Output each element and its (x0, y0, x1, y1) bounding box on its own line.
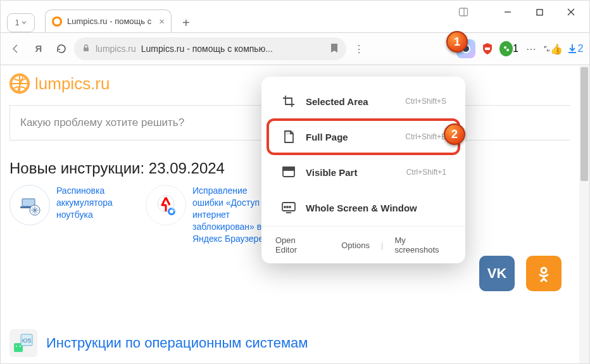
dd-item-selected-area[interactable]: Selected Area Ctrl+Shift+S (268, 84, 459, 118)
site-logo[interactable] (9, 73, 30, 94)
window-close-button[interactable] (556, 2, 586, 22)
svg-point-16 (16, 346, 17, 347)
tab-close-icon[interactable]: × (159, 16, 165, 27)
category-link[interactable]: Инструкции по операционным системам (46, 335, 308, 351)
svg-point-17 (20, 346, 21, 347)
article-thumb-laptop (9, 185, 50, 225)
article-link[interactable]: Распиновка аккумулятора ноутбука (56, 185, 139, 244)
address-bar: Я lumpics.ru Lumpics.ru - помощь с компь… (1, 32, 589, 65)
svg-text:iOS: iOS (22, 337, 31, 344)
browser-tab[interactable]: Lumpics.ru - помощь с × (45, 9, 172, 32)
svg-rect-1 (537, 9, 543, 15)
dd-options[interactable]: Options (341, 241, 370, 250)
url-page-title: Lumpics.ru - помощь с компью... (141, 44, 325, 54)
dd-item-full-page[interactable]: Full Page Ctrl+Shift+E (268, 120, 459, 154)
ext-green-badge: 1 (513, 43, 518, 54)
lock-icon (82, 44, 91, 54)
svg-point-5 (504, 46, 506, 49)
tab-count: 1 (15, 18, 20, 27)
extension-green-icon[interactable]: 1 (499, 39, 518, 58)
dd-item-whole-screen[interactable]: Whole Screen & Window (268, 191, 459, 225)
dd-open-editor[interactable]: Open Editor (275, 235, 318, 254)
new-tab-button[interactable]: + (177, 13, 196, 32)
svg-point-14 (541, 268, 546, 273)
dd-my-screenshots[interactable]: My screenshots (394, 235, 451, 254)
svg-point-24 (287, 168, 288, 170)
ok-social-button[interactable] (526, 256, 562, 291)
article-card: Распиновка аккумулятора ноутбука (9, 185, 139, 244)
back-button[interactable] (6, 39, 26, 59)
monitor-icon (280, 199, 297, 216)
reload-button[interactable] (51, 39, 72, 59)
ok-icon (535, 265, 553, 282)
annotation-step-2: 2 (444, 123, 465, 145)
more-extensions-icon[interactable]: ⋯ (521, 39, 541, 59)
site-name[interactable]: lumpics.ru (35, 74, 110, 94)
tab-count-box[interactable]: 1 (7, 13, 35, 32)
window-maximize-button[interactable] (525, 2, 554, 22)
adblock-extension-icon[interactable] (478, 39, 497, 58)
downloads-badge: 2 (578, 43, 584, 54)
article-thumb-yandex (146, 185, 186, 225)
page-actions-menu[interactable]: ⋮ (349, 39, 369, 59)
category-os-icon: iOS (9, 329, 37, 357)
screenshot-dropdown: Selected Area Ctrl+Shift+S Full Page Ctr… (261, 77, 465, 263)
window-top-icon (280, 164, 297, 180)
dd-shortcut: Ctrl+Shift+S (405, 97, 446, 106)
dd-item-visible-part[interactable]: Visible Part Ctrl+Shift+1 (268, 155, 459, 189)
window-minimize-button[interactable] (493, 2, 522, 22)
svg-rect-3 (84, 47, 89, 51)
dd-label: Visible Part (306, 167, 398, 178)
annotation-step-1: 1 (446, 31, 468, 53)
svg-point-27 (287, 206, 288, 208)
article-card: Исправление ошибки «Доступ в интернет за… (146, 185, 275, 244)
dd-shortcut: Ctrl+Shift+1 (406, 168, 446, 177)
tab-title: Lumpics.ru - помощь с (67, 16, 151, 26)
site-search-placeholder: Какую проблему хотите решить? (20, 116, 184, 129)
svg-point-26 (284, 206, 286, 208)
svg-point-28 (289, 206, 291, 208)
url-host: lumpics.ru (96, 44, 136, 54)
page-icon (280, 129, 297, 145)
yandex-home-button[interactable]: Я (28, 39, 49, 59)
dd-label: Whole Screen & Window (306, 203, 437, 213)
crop-icon (280, 93, 297, 110)
tab-favicon (52, 16, 62, 27)
svg-point-6 (506, 49, 509, 51)
svg-point-23 (285, 168, 286, 170)
chevron-down-icon (22, 20, 27, 25)
dd-label: Full Page (306, 132, 396, 142)
svg-text:Я: Я (35, 43, 42, 54)
url-field[interactable]: lumpics.ru Lumpics.ru - помощь с компью.… (74, 37, 346, 60)
dd-label: Selected Area (306, 96, 396, 107)
dd-shortcut: Ctrl+Shift+E (405, 132, 446, 141)
svg-rect-4 (485, 47, 490, 50)
svg-rect-20 (285, 131, 293, 134)
vk-social-button[interactable]: VK (479, 256, 515, 291)
vk-label: VK (487, 265, 507, 282)
scrollbar-thumb[interactable] (581, 67, 588, 181)
feedback-icon[interactable]: 👍 (544, 39, 563, 58)
bookmark-icon[interactable] (330, 43, 339, 55)
downloads-button[interactable]: 2 (565, 39, 584, 58)
svg-point-13 (170, 210, 173, 213)
vertical-scrollbar[interactable]: ▲ (579, 66, 589, 363)
